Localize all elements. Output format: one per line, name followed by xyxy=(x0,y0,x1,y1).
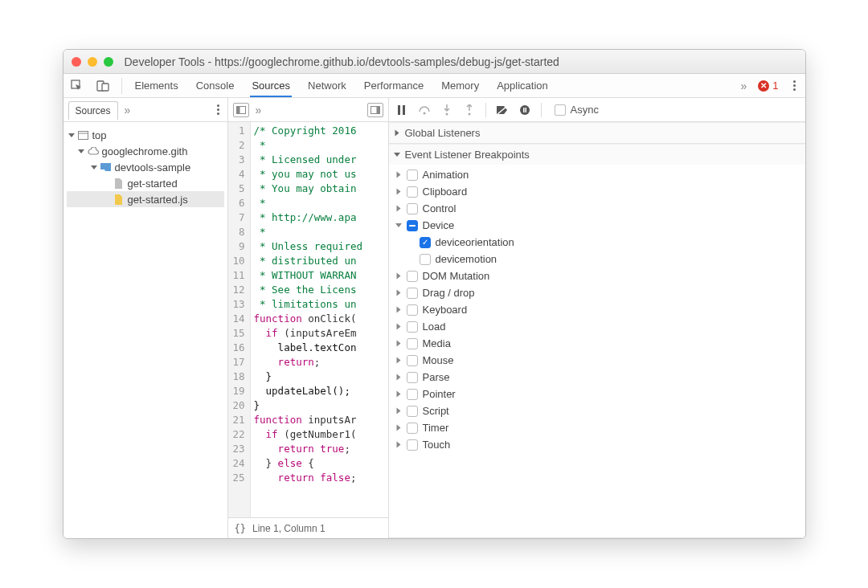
cloud-icon xyxy=(88,145,99,157)
event-label: devicemotion xyxy=(436,253,497,265)
code-panel: 1234567891011121314151617181920212223242… xyxy=(228,98,389,538)
device-toggle-icon[interactable] xyxy=(96,79,110,93)
category-checkbox[interactable] xyxy=(407,169,418,181)
show-navigator-icon[interactable] xyxy=(233,103,249,117)
event-checkbox[interactable] xyxy=(420,254,431,265)
breakpoint-category[interactable]: Pointer xyxy=(392,386,802,402)
navigator-tab[interactable]: Sources xyxy=(68,101,118,120)
tab-sources[interactable]: Sources xyxy=(250,75,292,97)
svg-rect-16 xyxy=(523,108,525,112)
breakpoint-category[interactable]: Touch xyxy=(392,436,802,453)
category-checkbox[interactable] xyxy=(407,406,418,417)
debugger-toolbar: Async xyxy=(389,98,805,122)
tab-performance[interactable]: Performance xyxy=(362,75,425,96)
category-label: Timer xyxy=(423,422,449,434)
tree-folder[interactable]: devtools-sample xyxy=(67,159,224,175)
async-toggle[interactable]: Async xyxy=(555,104,599,116)
tree-domain[interactable]: googlechrome.gith xyxy=(67,143,224,159)
chevron-right-icon xyxy=(396,273,400,280)
window-title: Developer Tools - https://googlechrome.g… xyxy=(125,55,559,68)
minimize-icon[interactable] xyxy=(88,57,97,67)
tab-console[interactable]: Console xyxy=(194,75,236,96)
breakpoint-category[interactable]: Keyboard xyxy=(392,301,802,318)
code-editor[interactable]: 1234567891011121314151617181920212223242… xyxy=(228,122,388,517)
svg-point-12 xyxy=(445,112,448,115)
deactivate-breakpoints-icon[interactable] xyxy=(496,104,509,116)
breakpoint-category[interactable]: Mouse xyxy=(392,352,802,369)
svg-point-13 xyxy=(468,112,470,115)
step-over-icon[interactable] xyxy=(418,104,431,116)
error-badge[interactable]: ✕ 1 xyxy=(758,80,778,92)
category-checkbox[interactable] xyxy=(407,203,418,214)
tab-network[interactable]: Network xyxy=(306,75,348,96)
main-tabs: ElementsConsoleSourcesNetworkPerformance… xyxy=(133,75,730,97)
breakpoint-category[interactable]: Media xyxy=(392,335,802,352)
breakpoint-category[interactable]: Script xyxy=(392,402,802,419)
tab-elements[interactable]: Elements xyxy=(133,75,180,96)
chevron-down-icon xyxy=(68,133,75,137)
breakpoint-event[interactable]: deviceorientation xyxy=(392,234,802,251)
category-checkbox[interactable] xyxy=(407,389,418,400)
navigator-menu-icon[interactable] xyxy=(214,104,223,115)
error-icon: ✕ xyxy=(758,80,769,92)
event-label: deviceorientation xyxy=(436,236,514,248)
section-header[interactable]: Global Listeners xyxy=(389,122,805,143)
tab-application[interactable]: Application xyxy=(495,75,550,96)
more-tabs-icon[interactable] xyxy=(740,80,747,92)
breakpoint-event[interactable]: devicemotion xyxy=(392,251,802,267)
step-out-icon[interactable] xyxy=(463,104,476,116)
pause-on-exceptions-icon[interactable] xyxy=(518,104,531,116)
breakpoint-category[interactable]: Drag / drop xyxy=(392,284,802,301)
chevron-right-icon xyxy=(396,442,400,448)
settings-menu-icon[interactable] xyxy=(790,80,799,91)
category-checkbox[interactable] xyxy=(407,186,418,198)
show-debugger-icon[interactable] xyxy=(367,103,383,117)
braces-icon[interactable]: {} xyxy=(235,523,246,534)
pause-icon[interactable] xyxy=(395,104,408,116)
category-checkbox[interactable] xyxy=(407,271,418,282)
category-label: Drag / drop xyxy=(423,287,475,299)
breakpoint-category[interactable]: Animation xyxy=(392,166,802,183)
debugger-panel: Async Global Listeners Event Listener Br… xyxy=(389,98,805,538)
breakpoint-category[interactable]: Clipboard xyxy=(392,183,802,200)
category-checkbox[interactable] xyxy=(407,423,418,434)
category-checkbox[interactable] xyxy=(407,304,418,316)
step-into-icon[interactable] xyxy=(440,104,453,116)
svg-point-15 xyxy=(520,105,530,115)
chevron-right-icon xyxy=(396,172,400,178)
tree-file[interactable]: get-started.js xyxy=(67,191,224,207)
category-checkbox[interactable] xyxy=(407,372,418,383)
maximize-icon[interactable] xyxy=(104,57,113,67)
category-checkbox[interactable] xyxy=(407,439,418,451)
section-header[interactable]: Event Listener Breakpoints xyxy=(389,144,805,165)
breakpoint-category[interactable]: Control xyxy=(392,200,802,217)
inspect-icon[interactable] xyxy=(70,79,84,93)
navigator-panel: Sources top googlechrome.gith xyxy=(63,98,228,538)
category-checkbox[interactable] xyxy=(407,338,418,349)
category-checkbox[interactable] xyxy=(407,355,418,366)
chevron-right-icon xyxy=(396,391,400,398)
tree-file[interactable]: get-started xyxy=(67,175,224,191)
tab-memory[interactable]: Memory xyxy=(440,75,481,96)
breakpoint-category[interactable]: Device xyxy=(392,217,802,234)
navigator-more-icon[interactable] xyxy=(125,104,131,116)
category-label: Script xyxy=(423,405,449,417)
event-checkbox[interactable] xyxy=(420,237,431,248)
category-label: Control xyxy=(423,202,457,214)
chevron-right-icon xyxy=(396,290,400,296)
breakpoint-category[interactable]: Timer xyxy=(392,419,802,436)
chevron-right-icon xyxy=(396,189,400,195)
traffic-lights xyxy=(72,57,113,67)
category-label: Animation xyxy=(423,169,469,181)
tree-root[interactable]: top xyxy=(67,127,224,143)
breakpoint-category[interactable]: Parse xyxy=(392,369,802,386)
code-more-icon[interactable] xyxy=(256,104,262,116)
category-checkbox[interactable] xyxy=(407,288,418,299)
breakpoint-category[interactable]: Load xyxy=(392,318,802,335)
line-gutter: 1234567891011121314151617181920212223242… xyxy=(228,122,251,517)
breakpoint-category[interactable]: DOM Mutation xyxy=(392,267,802,284)
category-checkbox[interactable] xyxy=(407,321,418,333)
category-checkbox[interactable] xyxy=(407,220,418,231)
async-checkbox[interactable] xyxy=(555,104,566,116)
close-icon[interactable] xyxy=(72,57,81,67)
